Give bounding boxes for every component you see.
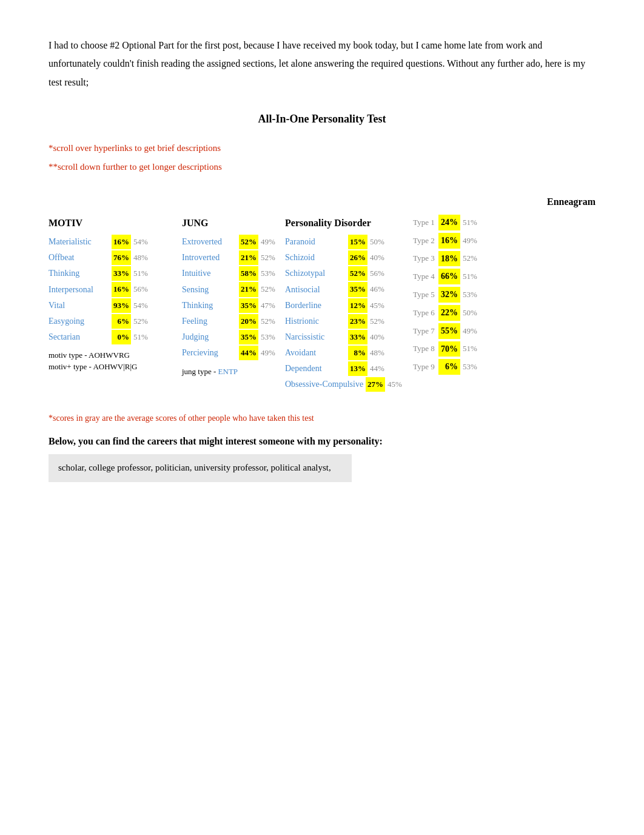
pd-user-0: 15%	[348, 235, 367, 249]
enn-label-8: Type 9	[413, 360, 436, 374]
jung-user-3: 21%	[239, 282, 258, 297]
pd-avg-6: 40%	[370, 330, 387, 344]
pd-user-3: 35%	[348, 282, 367, 297]
enn-label-0: Type 1	[413, 216, 436, 229]
motiv-label-vital[interactable]: Vital	[49, 298, 109, 313]
table-row: Type 3 18% 52%	[413, 251, 492, 267]
pd-label-narcissistic[interactable]: Narcissistic	[285, 330, 346, 344]
motiv-avg-3: 56%	[133, 283, 150, 296]
jung-user-0: 52%	[239, 235, 258, 249]
jung-avg-0: 49%	[261, 235, 278, 249]
enn-avg-0: 51%	[463, 216, 477, 229]
jung-label-extroverted[interactable]: Extroverted	[182, 235, 236, 249]
pd-label-avoidant[interactable]: Avoidant	[285, 346, 346, 360]
motiv-avg-4: 54%	[133, 299, 150, 312]
table-row: Feeling 20% 52%	[182, 314, 279, 329]
table-row: Thinking 35% 47%	[182, 298, 279, 313]
pd-label-borderline[interactable]: Borderline	[285, 298, 346, 313]
table-row: Type 5 32% 53%	[413, 287, 492, 303]
motiv-footer: motiv type - AOHWVRG motiv+ type - AOHWV…	[49, 349, 176, 373]
jung-avg-3: 52%	[261, 283, 278, 296]
jung-label-percieving[interactable]: Percieving	[182, 346, 236, 360]
enn-user-0: 24%	[438, 215, 460, 230]
table-row: Materialistic 16% 54%	[49, 235, 176, 249]
motiv-user-6: 0%	[112, 330, 131, 344]
pd-user-8: 13%	[348, 361, 367, 376]
pd-label-paranoid[interactable]: Paranoid	[285, 235, 346, 249]
jung-label-intuitive[interactable]: Intuitive	[182, 266, 236, 281]
pd-user-7: 8%	[348, 346, 367, 360]
jung-avg-2: 53%	[261, 267, 278, 280]
motiv-label-easygoing[interactable]: Easygoing	[49, 314, 109, 329]
pd-avg-8: 44%	[370, 362, 387, 375]
pd-label-schizotypal[interactable]: Schizotypal	[285, 266, 346, 281]
jung-user-1: 21%	[239, 250, 258, 265]
table-row: Intuitive 58% 53%	[182, 266, 279, 281]
enn-label-5: Type 6	[413, 306, 436, 320]
table-row: Type 4 66% 51%	[413, 269, 492, 284]
motiv-label-sectarian[interactable]: Sectarian	[49, 330, 109, 344]
table-row: Type 8 70% 51%	[413, 341, 492, 357]
jung-label-thinking[interactable]: Thinking	[182, 298, 236, 313]
jung-footer: jung type - ENTP	[182, 365, 279, 378]
enn-avg-6: 49%	[463, 324, 477, 338]
motiv-label-thinking[interactable]: Thinking	[49, 266, 109, 281]
table-row: Borderline 12% 45%	[285, 298, 404, 313]
table-row: Type 7 55% 49%	[413, 323, 492, 339]
jung-label-introverted[interactable]: Introverted	[182, 250, 236, 265]
pd-user-2: 52%	[348, 266, 367, 281]
enn-user-6: 55%	[438, 323, 460, 339]
table-row: Thinking 33% 51%	[49, 266, 176, 281]
jung-avg-4: 47%	[261, 299, 278, 312]
table-row: Interpersonal 16% 56%	[49, 282, 176, 297]
pd-label-histrionic[interactable]: Histrionic	[285, 314, 346, 329]
pd-user-6: 33%	[348, 330, 367, 344]
jung-label-feeling[interactable]: Feeling	[182, 314, 236, 329]
motiv-avg-1: 48%	[133, 251, 150, 264]
table-row: Type 1 24% 51%	[413, 215, 492, 230]
pd-label-dependent[interactable]: Dependent	[285, 361, 346, 376]
hint1[interactable]: *scroll over hyperlinks to get brief des…	[49, 141, 595, 156]
jung-user-6: 35%	[239, 330, 258, 344]
pd-user-9: 27%	[366, 377, 385, 392]
motiv-avg-5: 52%	[133, 315, 150, 328]
table-row: Narcissistic 33% 40%	[285, 330, 404, 344]
scores-note: *scores in gray are the average scores o…	[49, 411, 595, 426]
pd-user-4: 12%	[348, 298, 367, 313]
main-tables-row: MOTIV Materialistic 16% 54% Offbeat 76% …	[49, 215, 595, 393]
enn-avg-1: 49%	[463, 234, 477, 247]
pd-label-schizoid[interactable]: Schizoid	[285, 250, 346, 265]
enn-user-4: 32%	[438, 287, 460, 303]
enn-label-1: Type 2	[413, 234, 436, 247]
enn-avg-8: 53%	[463, 360, 477, 374]
pd-user-1: 26%	[348, 250, 367, 265]
pd-avg-3: 46%	[370, 283, 387, 296]
motiv-label-interpersonal[interactable]: Interpersonal	[49, 283, 109, 297]
motiv-title: MOTIV	[49, 215, 176, 231]
table-row: Judging 35% 53%	[182, 330, 279, 344]
pd-label-ocd[interactable]: Obsessive-Compulsive	[285, 377, 363, 392]
pd-user-5: 23%	[348, 314, 367, 329]
motiv-label-materialistic[interactable]: Materialistic	[49, 235, 109, 249]
enn-label-6: Type 7	[413, 324, 436, 338]
table-row: Offbeat 76% 48%	[49, 250, 176, 265]
jung-label-judging[interactable]: Judging	[182, 330, 236, 344]
jung-title: JUNG	[182, 215, 279, 231]
motiv-label-offbeat[interactable]: Offbeat	[49, 250, 109, 265]
table-row: Type 2 16% 49%	[413, 233, 492, 249]
pd-avg-0: 50%	[370, 235, 387, 249]
enn-avg-7: 51%	[463, 342, 477, 355]
hint2[interactable]: **scroll down further to get longer desc…	[49, 159, 595, 175]
motiv-user-2: 33%	[112, 266, 131, 281]
page-title: All-In-One Personality Test	[49, 110, 595, 129]
table-row: Vital 93% 54%	[49, 298, 176, 313]
jung-label-sensing[interactable]: Sensing	[182, 283, 236, 297]
enn-avg-3: 51%	[463, 270, 477, 283]
jung-user-5: 20%	[239, 314, 258, 329]
jung-avg-1: 52%	[261, 251, 278, 264]
jung-type: ENTP	[218, 367, 238, 376]
table-row: Avoidant 8% 48%	[285, 346, 404, 360]
table-row: Histrionic 23% 52%	[285, 314, 404, 329]
motiv-avg-6: 51%	[133, 330, 150, 344]
pd-label-antisocial[interactable]: Antisocial	[285, 283, 346, 297]
